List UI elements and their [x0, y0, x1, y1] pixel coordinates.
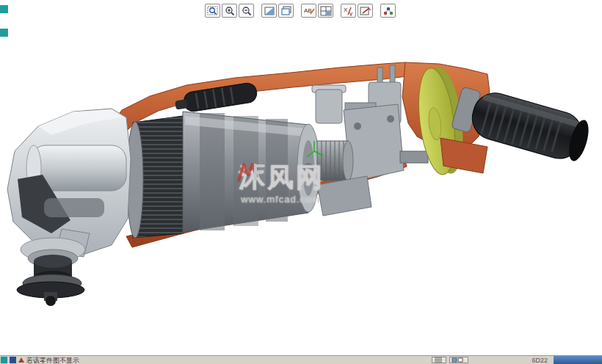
measure-xy-icon: Xy	[343, 6, 355, 16]
model-3d-view	[0, 0, 602, 356]
housing-pin	[390, 65, 395, 84]
view-copy-icon	[280, 6, 292, 16]
toolbar-group-measure: Xy	[341, 4, 374, 18]
motor-fin-stack	[127, 116, 183, 238]
shaded-view-icon	[264, 6, 275, 16]
toolbar-group-display	[261, 4, 295, 18]
edge-marker-top	[0, 5, 8, 13]
oscillating-head	[17, 238, 85, 306]
gearbox-housing	[7, 109, 131, 257]
toolbar-group-annotate: AB	[301, 4, 335, 18]
zoom-out-icon	[241, 6, 253, 16]
zoom-in-icon	[224, 6, 236, 16]
status-button-list[interactable]	[432, 357, 446, 363]
grid-view-button[interactable]	[318, 4, 333, 18]
annotate-ab-icon: AB	[303, 6, 315, 16]
warning-triangle-icon	[18, 357, 24, 363]
status-app-icon	[10, 357, 16, 363]
markup-icon	[360, 6, 371, 16]
svg-text:X: X	[344, 7, 348, 13]
assembly-nodes-button[interactable]	[380, 4, 396, 18]
rear-handle	[440, 83, 593, 173]
3d-viewport[interactable]: 沐风网 www.mfcad.com	[0, 0, 602, 356]
status-blue-corner	[554, 356, 602, 364]
zoom-fit-button[interactable]	[205, 4, 220, 18]
shaded-view-button[interactable]	[261, 4, 277, 18]
zoom-fit-icon	[207, 6, 219, 16]
grid-view-icon	[320, 6, 332, 16]
status-button-panel[interactable]	[449, 357, 468, 363]
measure-xy-button[interactable]: Xy	[341, 4, 356, 18]
toolbar-group-assembly	[380, 4, 397, 18]
panel-icon	[452, 357, 463, 363]
assembly-nodes-icon	[382, 6, 394, 16]
status-bar: 若该零件图不显示 6D22	[0, 355, 602, 364]
toolbar-group-zoom	[205, 4, 255, 18]
status-teal-icon	[1, 357, 7, 363]
status-message: 若该零件图不显示	[26, 357, 79, 364]
annotate-button[interactable]: AB	[301, 4, 316, 18]
edge-marker-second	[0, 29, 8, 37]
status-right-label: 6D22	[532, 357, 548, 364]
view-copy-button[interactable]	[278, 4, 294, 18]
zoom-out-button[interactable]	[239, 4, 254, 18]
zoom-in-button[interactable]	[222, 4, 237, 18]
view-toolbar: AB Xy	[0, 4, 602, 18]
motor-armature	[183, 112, 319, 232]
list-icon	[434, 357, 443, 363]
svg-text:y: y	[349, 10, 352, 16]
markup-button[interactable]	[358, 4, 373, 18]
